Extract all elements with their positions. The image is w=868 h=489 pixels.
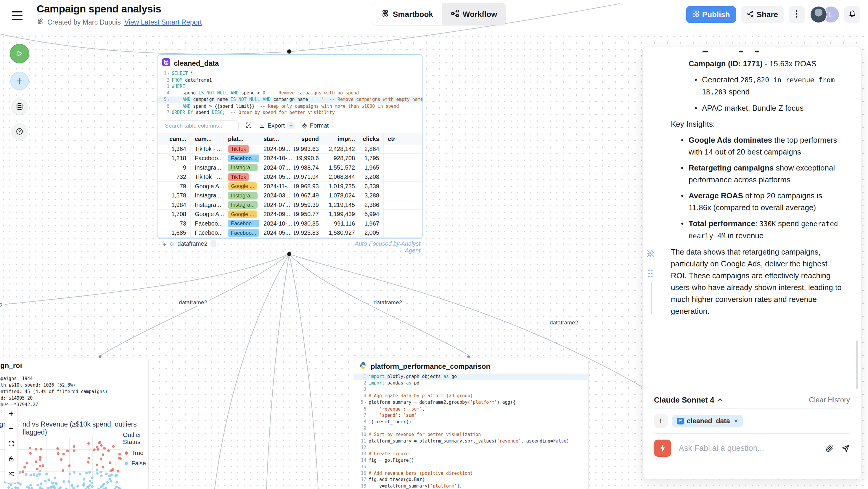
output-dataframe-label: dataframe2 bbox=[178, 240, 208, 247]
column-header[interactable]: star... bbox=[259, 134, 294, 144]
share-button[interactable]: Share bbox=[741, 6, 784, 23]
code-line-3[interactable]: 3 bbox=[354, 386, 588, 393]
node-platform-performance[interactable]: platform_performance_comparison 1import … bbox=[354, 358, 589, 489]
code-line-4[interactable]: 4# Aggregate data by platform (ad group) bbox=[354, 393, 588, 399]
send-button[interactable] bbox=[841, 444, 850, 453]
attach-file-button[interactable] bbox=[826, 444, 834, 452]
code-line-17[interactable]: 17fig.add_trace(go.Bar( bbox=[354, 477, 588, 483]
code-line-6[interactable]: 6 'revenue': 'sum', bbox=[354, 406, 588, 412]
column-header[interactable]: cam... bbox=[157, 134, 191, 144]
panel-scrollbar[interactable] bbox=[856, 340, 858, 389]
code-line-5[interactable]: 5▾ AND campaign_name IS NOT NULL AND cam… bbox=[157, 96, 423, 103]
edge-label-dataframe2[interactable]: dataframe2 bbox=[548, 319, 580, 327]
publish-button[interactable]: Publish bbox=[686, 6, 736, 23]
code-line-4[interactable]: 4 spend IS NOT NULL AND spend > 0 -- Rem… bbox=[157, 90, 423, 96]
node-cleaned-data[interactable]: SQL cleaned_data 1▾SELECT *2FROM datafra… bbox=[157, 54, 423, 239]
code-line-2[interactable]: 2import pandas as pd bbox=[354, 380, 588, 387]
sql-code-editor[interactable]: 1▾SELECT *2FROM dataframe13WHERE4 spend … bbox=[157, 70, 423, 118]
search-columns-input[interactable] bbox=[162, 120, 239, 131]
lock-canvas-button[interactable] bbox=[5, 451, 18, 466]
table-row[interactable]: 1,685Faceboo...Faceboo...2024-05...19,92… bbox=[157, 228, 423, 238]
code-line-13[interactable]: 13# Create figure bbox=[354, 451, 588, 457]
legend-item-true[interactable]: True bbox=[125, 450, 148, 456]
code-line-11[interactable]: 11platform_summary = platform_summary.so… bbox=[354, 438, 588, 445]
zoom-out-button[interactable]: − bbox=[5, 421, 18, 436]
zoom-in-button[interactable]: + bbox=[5, 406, 18, 421]
help-button[interactable] bbox=[11, 123, 28, 140]
auto-layout-button[interactable] bbox=[5, 466, 18, 481]
column-header[interactable]: clicks bbox=[360, 134, 384, 144]
ask-question-input[interactable] bbox=[678, 444, 818, 453]
export-options-chevron[interactable] bbox=[287, 122, 295, 129]
column-header[interactable]: ctr bbox=[384, 134, 423, 144]
table-row[interactable]: 73Faceboo...Faceboo...2024-10-...19,930.… bbox=[157, 219, 423, 228]
table-row[interactable]: 1,364TikTok - ...TikTok2024-09...19,993.… bbox=[157, 145, 423, 154]
sql-node-output[interactable]: ↳ ◇ dataframe2 ⋮ bbox=[161, 240, 216, 247]
table-row[interactable]: 732TikTok - ...TikTok2024-05...19,971.94… bbox=[157, 172, 423, 182]
add-context-button[interactable]: + bbox=[654, 414, 668, 428]
code-line-10[interactable]: 10# Sort by revenue for better visualiza… bbox=[354, 432, 588, 438]
code-line-1[interactable]: 1import plotly.graph_objects as go bbox=[354, 373, 588, 380]
edge-label-dataframe2[interactable]: dataframe2 bbox=[372, 299, 404, 306]
column-header[interactable]: cam... bbox=[191, 134, 224, 144]
auto-focus-badge: Auto-Focused by Analyst Agent bbox=[340, 240, 421, 254]
avatar-photo[interactable] bbox=[810, 6, 827, 23]
tab-smartbook[interactable]: Smartbook bbox=[372, 3, 442, 25]
table-row[interactable]: 1,578Instagra...Instagra...2024-03...19,… bbox=[157, 191, 423, 201]
run-workflow-button[interactable] bbox=[10, 44, 29, 63]
code-line-7[interactable]: 7ORDER BY spend DESC; -- Order by spend … bbox=[157, 110, 423, 116]
table-cell: 991,116 bbox=[323, 219, 360, 228]
export-button[interactable]: Export bbox=[259, 122, 295, 129]
drag-handle-icon[interactable]: ⋮ bbox=[211, 240, 216, 247]
table-row[interactable]: 79Google A...Google ...2024-11-...19,968… bbox=[157, 182, 423, 191]
expand-table-icon[interactable] bbox=[245, 122, 252, 130]
node-campaign-roi[interactable]: gn_roi mpaigns: 1944 ith ≥$10k spend: 10… bbox=[0, 358, 149, 489]
sql-node-input-port[interactable] bbox=[287, 50, 291, 54]
column-header[interactable]: spend bbox=[294, 134, 323, 144]
fit-view-button[interactable] bbox=[5, 436, 18, 451]
table-row[interactable]: 9Instagra...Instagra...2024-07...19,988.… bbox=[157, 163, 423, 173]
code-line-7[interactable]: 7 'spend': 'sum' bbox=[354, 412, 588, 419]
column-header[interactable]: plat... bbox=[224, 134, 259, 144]
tab-workflow[interactable]: Workflow bbox=[442, 3, 506, 25]
ai-response-content[interactable]: Campaign (ID: 1771) - 15.63x ROASGenerat… bbox=[643, 47, 861, 399]
code-line-9[interactable]: 9 bbox=[354, 425, 588, 432]
column-header[interactable]: impr... bbox=[323, 134, 360, 144]
table-cell: 1,218 bbox=[157, 154, 191, 163]
code-line-15[interactable]: 15 bbox=[354, 464, 588, 470]
more-options-button[interactable] bbox=[789, 6, 805, 23]
table-cell: Google A... bbox=[191, 182, 224, 191]
table-cell: 2024-09... bbox=[259, 210, 294, 219]
data-sources-button[interactable] bbox=[11, 98, 28, 115]
dataframe2-output-hub[interactable] bbox=[287, 252, 291, 256]
code-line-3[interactable]: 3WHERE bbox=[157, 84, 423, 90]
table-row[interactable]: 1,984Instagra...Instagra...2024-07...19,… bbox=[157, 201, 423, 210]
legend-item-false[interactable]: False bbox=[125, 460, 148, 467]
unpin-panel-icon[interactable] bbox=[646, 249, 655, 259]
model-selector[interactable]: Claude Sonnet 4 bbox=[654, 395, 723, 405]
code-line-14[interactable]: 14fig = go.Figure() bbox=[354, 457, 588, 464]
panel-drag-handle[interactable] bbox=[647, 269, 654, 279]
notifications-button[interactable] bbox=[844, 6, 860, 23]
view-smart-report-link[interactable]: View Latest Smart Report bbox=[124, 18, 202, 26]
code-line-12[interactable]: 12 bbox=[354, 445, 588, 451]
add-node-button[interactable]: + bbox=[10, 72, 29, 90]
context-chip-cleaned-data[interactable]: SQL cleaned_data × bbox=[672, 415, 743, 427]
edge-label-dataframe2[interactable]: 2 bbox=[0, 302, 4, 309]
code-line-6[interactable]: 6 AND spend > {{spend_limit}} -- Keep on… bbox=[157, 103, 423, 110]
code-line-8[interactable]: 8}).reset_index() bbox=[354, 419, 588, 425]
clear-history-button[interactable]: Clear History bbox=[809, 396, 850, 404]
table-cell: 2,864 bbox=[360, 145, 384, 154]
code-line-5[interactable]: 5▾platform_summary = dataframe2.groupby(… bbox=[354, 399, 588, 406]
table-row[interactable]: 1,218Faceboo...Faceboo...2024-10-...19,9… bbox=[157, 154, 423, 163]
code-line-16[interactable]: 16# Add revenue bars (positive direction… bbox=[354, 470, 588, 477]
table-row[interactable]: 1,708Google A...Google ...2024-09...19,9… bbox=[157, 210, 423, 219]
python-code-editor[interactable]: 1import plotly.graph_objects as go2impor… bbox=[354, 373, 588, 489]
menu-icon[interactable] bbox=[12, 11, 23, 20]
remove-context-icon[interactable]: × bbox=[734, 417, 738, 425]
code-line-1[interactable]: 1▾SELECT * bbox=[157, 70, 423, 77]
edge-label-dataframe2[interactable]: dataframe2 bbox=[177, 299, 209, 306]
code-line-18[interactable]: 18 y=platform_summary['platform'], bbox=[354, 483, 588, 489]
code-line-2[interactable]: 2FROM dataframe1 bbox=[157, 77, 423, 84]
format-button[interactable]: Format bbox=[301, 122, 329, 129]
